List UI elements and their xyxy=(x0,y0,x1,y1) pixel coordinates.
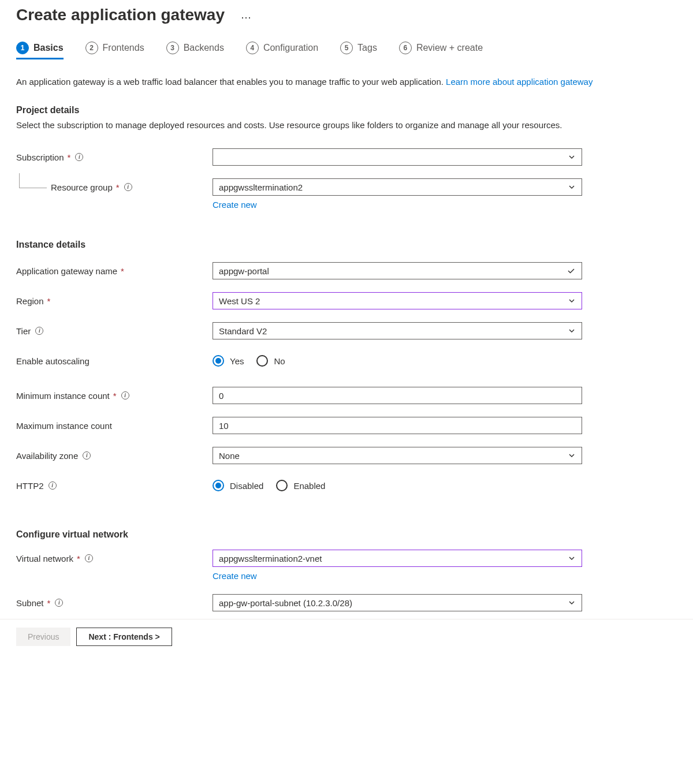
chevron-down-icon xyxy=(568,297,576,305)
http2-enabled-radio[interactable]: Enabled xyxy=(276,480,325,491)
tab-step-badge: 3 xyxy=(166,42,179,54)
tab-step-badge: 6 xyxy=(399,42,412,54)
previous-button[interactable]: Previous xyxy=(16,628,70,646)
required-icon: * xyxy=(47,296,51,306)
subscription-label: Subscription * xyxy=(16,152,213,162)
subscription-select[interactable] xyxy=(213,148,582,166)
required-icon: * xyxy=(77,554,80,563)
min-count-field[interactable] xyxy=(219,391,576,401)
next-button[interactable]: Next : Frontends > xyxy=(76,628,172,646)
app-gw-name-field[interactable] xyxy=(219,266,567,276)
tab-step-badge: 1 xyxy=(16,42,29,54)
learn-more-link[interactable]: Learn more about application gateway xyxy=(446,77,593,87)
intro-body: An application gateway is a web traffic … xyxy=(16,77,446,87)
tree-elbow-icon xyxy=(19,173,47,188)
resource-group-label: Resource group * xyxy=(16,182,213,192)
tab-label: Review + create xyxy=(416,43,483,53)
tab-review-create[interactable]: 6 Review + create xyxy=(399,42,483,59)
radio-icon xyxy=(213,480,224,491)
http2-disabled-radio[interactable]: Disabled xyxy=(213,480,263,491)
info-icon[interactable] xyxy=(83,451,91,460)
chevron-down-icon xyxy=(568,153,576,161)
radio-icon xyxy=(276,480,288,491)
tier-label: Tier xyxy=(16,326,213,336)
info-icon[interactable] xyxy=(85,554,93,562)
instance-details-heading: Instance details xyxy=(16,240,677,250)
tier-value: Standard V2 xyxy=(219,326,267,336)
max-count-label: Maximum instance count xyxy=(16,421,213,431)
tier-select[interactable]: Standard V2 xyxy=(213,322,582,339)
tab-step-badge: 5 xyxy=(340,42,353,54)
radio-label: Disabled xyxy=(230,481,263,491)
more-icon[interactable]: ⋯ xyxy=(241,11,252,24)
az-select[interactable]: None xyxy=(213,447,582,464)
app-gw-name-label: Application gateway name * xyxy=(16,266,213,276)
region-label: Region * xyxy=(16,296,213,306)
http2-label: HTTP2 xyxy=(16,481,213,491)
tab-label: Tags xyxy=(357,43,377,53)
chevron-down-icon xyxy=(568,554,576,562)
radio-icon xyxy=(256,355,268,367)
required-icon: * xyxy=(47,598,51,608)
autoscaling-no-radio[interactable]: No xyxy=(256,355,285,367)
radio-label: No xyxy=(274,356,285,366)
max-count-input[interactable] xyxy=(213,417,582,434)
region-value: West US 2 xyxy=(219,296,260,306)
required-icon: * xyxy=(121,266,124,276)
intro-text: An application gateway is a web traffic … xyxy=(16,76,677,89)
resource-group-value: appgwssltermination2 xyxy=(219,182,303,192)
tab-tags[interactable]: 5 Tags xyxy=(340,42,377,59)
tab-basics[interactable]: 1 Basics xyxy=(16,42,64,59)
wizard-footer: Previous Next : Frontends > xyxy=(0,619,693,656)
az-label: Availability zone xyxy=(16,451,213,461)
check-icon xyxy=(567,266,576,275)
subnet-label: Subnet * xyxy=(16,598,213,608)
tab-backends[interactable]: 3 Backends xyxy=(166,42,224,59)
az-value: None xyxy=(219,451,240,461)
tab-label: Configuration xyxy=(263,43,318,53)
max-count-field[interactable] xyxy=(219,421,576,431)
tab-frontends[interactable]: 2 Frontends xyxy=(85,42,144,59)
tab-configuration[interactable]: 4 Configuration xyxy=(246,42,318,59)
info-icon[interactable] xyxy=(49,481,57,490)
info-icon[interactable] xyxy=(35,327,43,335)
tab-label: Basics xyxy=(33,43,64,53)
project-details-heading: Project details xyxy=(16,105,677,115)
tab-label: Frontends xyxy=(103,43,144,53)
tab-step-badge: 4 xyxy=(246,42,259,54)
chevron-down-icon xyxy=(568,327,576,335)
autoscaling-yes-radio[interactable]: Yes xyxy=(213,355,244,367)
create-new-rg-link[interactable]: Create new xyxy=(213,200,257,210)
required-icon: * xyxy=(116,182,120,192)
chevron-down-icon xyxy=(568,599,576,607)
chevron-down-icon xyxy=(568,183,576,191)
chevron-down-icon xyxy=(568,451,576,460)
required-icon: * xyxy=(68,152,71,162)
min-count-label: Minimum instance count * xyxy=(16,391,213,401)
project-details-desc: Select the subscription to manage deploy… xyxy=(16,119,677,132)
required-icon: * xyxy=(113,391,117,401)
vnet-label: Virtual network * xyxy=(16,554,213,563)
tab-label: Backends xyxy=(184,43,224,53)
info-icon[interactable] xyxy=(55,599,63,607)
vnet-heading: Configure virtual network xyxy=(16,529,677,540)
radio-label: Enabled xyxy=(293,481,325,491)
autoscaling-label: Enable autoscaling xyxy=(16,356,213,366)
subnet-select[interactable]: app-gw-portal-subnet (10.2.3.0/28) xyxy=(213,594,582,611)
page-title: Create application gateway xyxy=(16,6,225,24)
info-icon[interactable] xyxy=(75,153,83,161)
tab-step-badge: 2 xyxy=(85,42,98,54)
vnet-value: appgwssltermination2-vnet xyxy=(219,554,322,563)
region-select[interactable]: West US 2 xyxy=(213,292,582,309)
info-icon[interactable] xyxy=(124,183,132,191)
radio-label: Yes xyxy=(230,356,244,366)
wizard-tabs: 1 Basics 2 Frontends 3 Backends 4 Config… xyxy=(16,42,677,59)
resource-group-select[interactable]: appgwssltermination2 xyxy=(213,178,582,196)
subnet-value: app-gw-portal-subnet (10.2.3.0/28) xyxy=(219,598,352,608)
app-gw-name-input[interactable] xyxy=(213,262,582,279)
info-icon[interactable] xyxy=(121,391,129,400)
vnet-select[interactable]: appgwssltermination2-vnet xyxy=(213,550,582,567)
create-new-vnet-link[interactable]: Create new xyxy=(213,571,257,581)
radio-icon xyxy=(213,355,224,367)
min-count-input[interactable] xyxy=(213,387,582,404)
